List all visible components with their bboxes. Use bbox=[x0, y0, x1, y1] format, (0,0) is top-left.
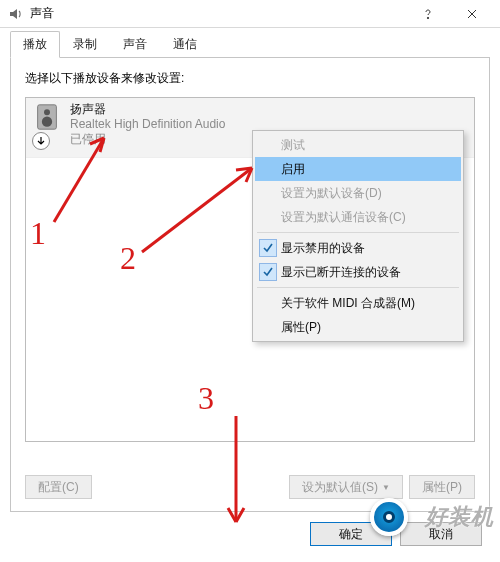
ctx-label: 设置为默认设备(D) bbox=[281, 185, 382, 202]
tab-sounds[interactable]: 声音 bbox=[110, 31, 160, 58]
ctx-label: 启用 bbox=[281, 161, 305, 178]
tab-label: 声音 bbox=[123, 37, 147, 51]
ctx-about-midi[interactable]: 关于软件 MIDI 合成器(M) bbox=[255, 291, 461, 315]
context-menu: 测试 启用 设置为默认设备(D) 设置为默认通信设备(C) 显示禁用的设备 显示… bbox=[252, 130, 464, 342]
device-icon bbox=[32, 102, 70, 147]
ctx-enable[interactable]: 启用 bbox=[255, 157, 461, 181]
window-title: 声音 bbox=[30, 5, 406, 22]
ctx-label: 属性(P) bbox=[281, 319, 321, 336]
tab-playback[interactable]: 播放 bbox=[10, 31, 60, 58]
ctx-show-disconnected[interactable]: 显示已断开连接的设备 bbox=[255, 260, 461, 284]
tab-label: 录制 bbox=[73, 37, 97, 51]
ctx-separator bbox=[257, 287, 459, 288]
disabled-overlay-icon bbox=[32, 132, 50, 150]
ctx-set-comm[interactable]: 设置为默认通信设备(C) bbox=[255, 205, 461, 229]
svg-point-2 bbox=[44, 109, 50, 115]
tab-strip: 播放 录制 声音 通信 bbox=[10, 34, 490, 58]
btn-label: 设为默认值(S) bbox=[302, 479, 378, 496]
close-button[interactable] bbox=[450, 0, 494, 28]
titlebar: 声音 bbox=[0, 0, 500, 28]
ctx-label: 设置为默认通信设备(C) bbox=[281, 209, 406, 226]
playback-panel: 选择以下播放设备来修改设置: 扬声器 Realtek High Definiti… bbox=[10, 58, 490, 512]
check-icon bbox=[259, 263, 277, 281]
ctx-test[interactable]: 测试 bbox=[255, 133, 461, 157]
ctx-show-disabled[interactable]: 显示禁用的设备 bbox=[255, 236, 461, 260]
watermark-text: 好装机 bbox=[425, 502, 494, 532]
btn-label: 配置(C) bbox=[38, 479, 79, 496]
device-properties-button[interactable]: 属性(P) bbox=[409, 475, 475, 499]
ctx-label: 测试 bbox=[281, 137, 305, 154]
btn-label: 确定 bbox=[339, 526, 363, 543]
ctx-separator bbox=[257, 232, 459, 233]
set-default-button[interactable]: 设为默认值(S) ▼ bbox=[289, 475, 403, 499]
ctx-label: 显示已断开连接的设备 bbox=[281, 264, 401, 281]
device-name: 扬声器 bbox=[70, 102, 468, 117]
dialog-body: 播放 录制 声音 通信 选择以下播放设备来修改设置: 扬 bbox=[0, 28, 500, 556]
dialog-buttons: 确定 取消 bbox=[10, 512, 490, 546]
configure-button[interactable]: 配置(C) bbox=[25, 475, 92, 499]
tab-communications[interactable]: 通信 bbox=[160, 31, 210, 58]
ctx-label: 关于软件 MIDI 合成器(M) bbox=[281, 295, 415, 312]
panel-bottom-buttons: 配置(C) 设为默认值(S) ▼ 属性(P) bbox=[25, 475, 475, 499]
ctx-set-default[interactable]: 设置为默认设备(D) bbox=[255, 181, 461, 205]
speaker-icon bbox=[32, 102, 62, 132]
svg-point-3 bbox=[42, 117, 52, 127]
panel-instruction: 选择以下播放设备来修改设置: bbox=[25, 70, 475, 87]
tab-label: 播放 bbox=[23, 37, 47, 51]
dropdown-arrow-icon: ▼ bbox=[382, 483, 390, 492]
device-list[interactable]: 扬声器 Realtek High Definition Audio 已停用 测试… bbox=[25, 97, 475, 442]
ctx-properties[interactable]: 属性(P) bbox=[255, 315, 461, 339]
svg-point-0 bbox=[427, 17, 428, 18]
check-icon bbox=[259, 239, 277, 257]
btn-label: 属性(P) bbox=[422, 479, 462, 496]
tab-recording[interactable]: 录制 bbox=[60, 31, 110, 58]
ctx-label: 显示禁用的设备 bbox=[281, 240, 365, 257]
tab-label: 通信 bbox=[173, 37, 197, 51]
sound-icon bbox=[8, 6, 24, 22]
watermark-logo-icon bbox=[370, 498, 408, 536]
help-button[interactable] bbox=[406, 0, 450, 28]
